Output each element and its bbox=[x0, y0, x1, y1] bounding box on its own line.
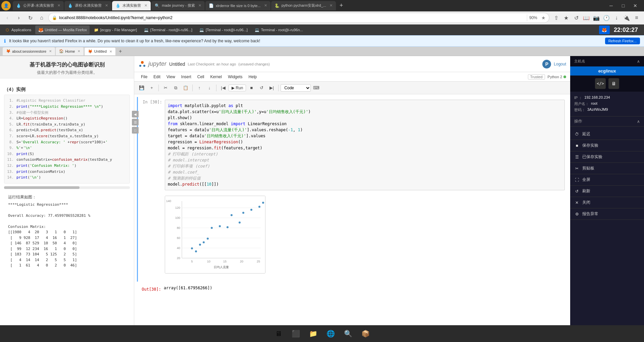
hostname-toggle[interactable]: ∧ bbox=[637, 59, 640, 64]
firefox-taskbar-icon[interactable]: 🦊 bbox=[599, 26, 610, 34]
save-button[interactable]: 💾 bbox=[137, 84, 146, 92]
collapse-btn[interactable]: ◀ bbox=[132, 111, 134, 117]
profile-avatar[interactable]: 👤 bbox=[1, 1, 11, 10]
menu-view[interactable]: View bbox=[164, 74, 178, 80]
tab-browser-1[interactable]: 💧 公开课-水滴实验营 ✕ bbox=[13, 1, 64, 10]
add-cell-button[interactable]: + bbox=[147, 84, 156, 92]
secondary-tab-untitled[interactable]: 🦊 Untitled ✕ bbox=[84, 47, 115, 55]
cut-cell-button[interactable]: ✂ bbox=[161, 84, 170, 92]
tab-close-1[interactable]: ✕ bbox=[57, 3, 60, 8]
home-button[interactable]: ⌂ bbox=[37, 13, 46, 22]
fast-forward-button[interactable]: ▶| bbox=[267, 84, 276, 92]
dock-filemanager[interactable]: 📁 bbox=[307, 327, 320, 340]
action-fullscreen[interactable]: ⛶ 全屏 bbox=[570, 174, 644, 186]
action-delay[interactable]: ⏱ 延迟 bbox=[570, 129, 644, 140]
dock-screen[interactable]: 🖥 bbox=[272, 327, 285, 340]
close-window-button[interactable]: ✕ bbox=[631, 1, 640, 10]
checkpoint-info: Last Checkpoint: an hour ago (unsaved ch… bbox=[188, 62, 270, 66]
tab-browser-3[interactable]: 💧 水滴实验营 ✕ bbox=[112, 1, 151, 10]
ebook-button[interactable]: 📖 bbox=[582, 13, 591, 22]
interrupt-button[interactable]: ■ bbox=[247, 84, 256, 92]
back-button[interactable]: ‹ bbox=[3, 13, 12, 22]
taskbar-terminal1[interactable]: 💻 [Terminal - root@i-ru96...] bbox=[141, 26, 195, 34]
taskbar-terminal2[interactable]: 💻 [Terminal - root@i-ru96...] bbox=[196, 26, 250, 34]
cell-type-selector[interactable]: Code Markdown Raw bbox=[281, 84, 311, 92]
tab-browser-4[interactable]: 🔍 made journey - 搜索 ✕ bbox=[151, 1, 204, 10]
tab-close-4[interactable]: ✕ bbox=[198, 3, 201, 8]
code-scrollbar[interactable] bbox=[4, 186, 130, 189]
keyboard-button[interactable]: ⌨ bbox=[311, 84, 321, 92]
add-secondary-tab-button[interactable]: + bbox=[116, 47, 125, 55]
trusted-badge[interactable]: Trusted bbox=[528, 74, 545, 80]
action-save-experiment[interactable]: ■ 保存实验 bbox=[570, 140, 644, 151]
tab-browser-6[interactable]: 🐍 python pycharm安装xlrd_... ✕ bbox=[271, 1, 336, 10]
expand-btn[interactable]: □ bbox=[132, 127, 134, 134]
tab-close-6[interactable]: ✕ bbox=[330, 3, 333, 8]
restart-button[interactable]: ↺ bbox=[257, 84, 266, 92]
tab-close-5[interactable]: ✕ bbox=[264, 3, 267, 8]
dock-search[interactable]: 🔍 bbox=[342, 327, 355, 340]
copy-cell-button[interactable]: ⧉ bbox=[171, 84, 180, 92]
cell-code-input[interactable]: import matplotlib.pyplot as plt data.plo… bbox=[165, 100, 565, 190]
address-input[interactable] bbox=[59, 15, 525, 20]
menu-help[interactable]: Help bbox=[246, 74, 260, 80]
history-button[interactable]: 🕐 bbox=[602, 13, 611, 22]
action-report-error[interactable]: ⚙ 报告异常 bbox=[570, 208, 644, 220]
refresh-firefox-button[interactable]: Refresh Firefox... bbox=[605, 38, 640, 44]
dock-terminal[interactable]: ⬛ bbox=[289, 327, 303, 340]
tab-close-2[interactable]: ✕ bbox=[105, 3, 108, 8]
svg-text:5: 5 bbox=[191, 260, 193, 263]
tab-close-3[interactable]: ✕ bbox=[144, 3, 147, 8]
minimize-button[interactable]: ─ bbox=[606, 1, 616, 10]
action-refresh[interactable]: ↺ 刷新 bbox=[570, 186, 644, 197]
desktop-view-button[interactable]: 🖥 bbox=[608, 78, 619, 89]
taskbar-firefox[interactable]: 🦊 Untitled — Mozilla Firefox bbox=[35, 26, 89, 34]
forward-button[interactable]: › bbox=[14, 13, 23, 22]
favorites-button[interactable]: ★ bbox=[561, 13, 571, 22]
secondary-tab-home[interactable]: 🏠 Home ✕ bbox=[56, 47, 84, 55]
right-panel-header: 主机名 ∧ bbox=[570, 56, 644, 66]
taskbar-terminal3[interactable]: 💻 Terminal - root@i-ru96n... bbox=[252, 26, 306, 34]
action-clipboard[interactable]: ✂ 剪贴板 bbox=[570, 163, 644, 174]
new-tab-button[interactable]: + bbox=[337, 1, 346, 10]
menu-cell[interactable]: Cell bbox=[195, 74, 207, 80]
screenshot-button[interactable]: 📷 bbox=[592, 13, 601, 22]
menu-button[interactable]: ≡ bbox=[632, 13, 641, 22]
tab-close-st3[interactable]: ✕ bbox=[109, 50, 112, 53]
run-button[interactable]: ▶ Run bbox=[229, 85, 246, 91]
taskbar-applications[interactable]: ⬡ Applications bbox=[2, 26, 34, 34]
sync-button[interactable]: ↺ bbox=[572, 13, 581, 22]
move-up-button[interactable]: ↑ bbox=[195, 84, 204, 92]
bookmark-star[interactable]: ★ bbox=[541, 15, 546, 20]
code-view-button[interactable]: </> bbox=[595, 78, 606, 89]
dock-browser[interactable]: 🌐 bbox=[324, 327, 338, 340]
action-close[interactable]: ✕ 关闭 bbox=[570, 197, 644, 208]
menu-widgets[interactable]: Widgets bbox=[225, 74, 245, 80]
reload-button[interactable]: ↻ bbox=[26, 13, 35, 22]
taskbar-filemanager[interactable]: 📁 [ecgpy - File Manager] bbox=[91, 26, 140, 34]
menu-edit[interactable]: Edit bbox=[151, 74, 163, 80]
menu-kernel[interactable]: Kernel bbox=[208, 74, 225, 80]
python-icon-button[interactable]: P bbox=[542, 60, 551, 68]
address-bar[interactable]: 🔒 90% ★ bbox=[48, 13, 549, 23]
secondary-tab-sessionrestore[interactable]: 🦊 about:sessionrestore ✕ bbox=[3, 47, 55, 55]
fast-back-button[interactable]: |◀ bbox=[218, 84, 228, 92]
paste-cell-button[interactable]: 📋 bbox=[181, 84, 190, 92]
maximize-button[interactable]: □ bbox=[618, 1, 628, 10]
tab-close-st1[interactable]: ✕ bbox=[49, 49, 52, 53]
extensions-button[interactable]: 🔌 bbox=[622, 13, 631, 22]
list-btn[interactable]: ☰ bbox=[132, 119, 134, 126]
actions-toggle[interactable]: ∧ bbox=[637, 119, 640, 124]
move-down-button[interactable]: ↓ bbox=[205, 84, 214, 92]
tab-browser-2[interactable]: 💧 课程-水滴实验营 ✕ bbox=[64, 1, 112, 10]
tab-close-st2[interactable]: ✕ bbox=[78, 49, 80, 53]
dock-packages[interactable]: 📦 bbox=[359, 327, 373, 340]
tab-browser-5[interactable]: 📄 xlrderror file size is 0 byte... ✕ bbox=[205, 1, 270, 10]
logout-button[interactable]: Logout bbox=[554, 62, 566, 66]
hostname-value[interactable]: ecglinux bbox=[570, 66, 644, 76]
menu-insert[interactable]: Insert bbox=[179, 74, 194, 80]
share-button[interactable]: ⇧ bbox=[551, 13, 561, 22]
action-saved-experiments[interactable]: ☰ 已保存实验 bbox=[570, 151, 644, 163]
download-button[interactable]: ↓ bbox=[612, 13, 621, 22]
menu-file[interactable]: File bbox=[138, 74, 150, 80]
